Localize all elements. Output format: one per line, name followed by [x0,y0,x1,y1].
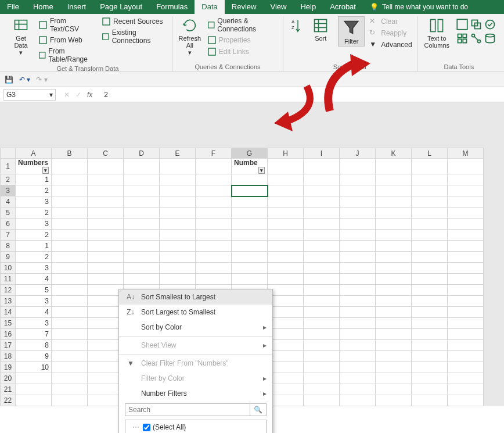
cell-F7[interactable] [196,230,232,241]
cell-I10[interactable] [304,263,340,274]
cell-A8[interactable]: 1 [16,241,52,252]
row-header-18[interactable]: 18 [1,351,16,362]
text-to-columns-button[interactable]: Text to Columns [422,16,452,50]
cell-H9[interactable] [268,252,304,263]
cell-I18[interactable] [304,351,340,362]
cell-C11[interactable] [88,274,124,285]
cell-I1[interactable] [304,159,340,174]
cell-C1[interactable] [88,159,124,174]
cell-C10[interactable] [88,263,124,274]
sort-button[interactable]: Sort [308,16,333,43]
cell-L4[interactable] [412,196,448,207]
cell-D8[interactable] [124,241,160,252]
cell-A15[interactable]: 3 [16,318,52,329]
cell-M3[interactable] [448,185,484,196]
sort-smallest-largest[interactable]: A↓Sort Smallest to Largest [119,289,272,305]
cell-M17[interactable] [448,340,484,351]
undo-button[interactable]: ↶ ▾ [19,76,30,84]
cell-J20[interactable] [340,373,376,384]
cell-B13[interactable] [52,296,88,307]
cell-B2[interactable] [52,174,88,185]
cell-K11[interactable] [376,274,412,285]
cell-L11[interactable] [412,274,448,285]
cell-F3[interactable] [196,185,232,196]
cell-L14[interactable] [412,307,448,318]
cell-J13[interactable] [340,296,376,307]
cell-G10[interactable] [232,263,268,274]
cell-H4[interactable] [268,196,304,207]
cell-B3[interactable] [52,185,88,196]
cell-F11[interactable] [196,274,232,285]
filter-button[interactable]: Filter [338,16,365,46]
cell-J8[interactable] [340,241,376,252]
col-header-G[interactable]: G [232,148,268,159]
filter-dropdown-icon[interactable]: ▾ [258,167,265,174]
cell-M1[interactable] [448,159,484,174]
number-filters[interactable]: Number Filters▸ [119,386,272,401]
cell-M2[interactable] [448,174,484,185]
cell-F10[interactable] [196,263,232,274]
cell-A3[interactable]: 2 [16,185,52,196]
cell-K1[interactable] [376,159,412,174]
cell-K21[interactable] [376,384,412,395]
cell-J17[interactable] [340,340,376,351]
cell-D9[interactable] [124,252,160,263]
cell-L8[interactable] [412,241,448,252]
tab-home[interactable]: Home [26,0,60,14]
cell-M15[interactable] [448,318,484,329]
cell-D2[interactable] [124,174,160,185]
tab-view[interactable]: View [263,0,293,14]
row-header-22[interactable]: 22 [1,395,16,406]
cell-M9[interactable] [448,252,484,263]
cell-K3[interactable] [376,185,412,196]
cell-B9[interactable] [52,252,88,263]
cell-A4[interactable]: 3 [16,196,52,207]
cell-K2[interactable] [376,174,412,185]
cell-H3[interactable] [268,185,304,196]
row-header-16[interactable]: 16 [1,329,16,340]
row-header-4[interactable]: 4 [1,196,16,207]
cell-B4[interactable] [52,196,88,207]
checkbox[interactable] [143,424,150,431]
name-box[interactable]: G3▾ [3,89,56,101]
cell-K4[interactable] [376,196,412,207]
cell-K5[interactable] [376,207,412,219]
existing-connections-button[interactable]: Existing Connections [102,28,167,45]
row-header-12[interactable]: 12 [1,285,16,296]
cell-E10[interactable] [160,263,196,274]
data-validation-icon[interactable] [484,19,496,30]
cell-I20[interactable] [304,373,340,384]
flash-fill-icon[interactable] [456,19,468,30]
cell-K10[interactable] [376,263,412,274]
cell-C3[interactable] [88,185,124,196]
col-header-L[interactable]: L [412,148,448,159]
tell-me-input[interactable]: 💡Tell me what you want to do [363,0,475,14]
cell-J4[interactable] [340,196,376,207]
cell-K14[interactable] [376,307,412,318]
tab-file[interactable]: File [0,0,26,14]
cell-J3[interactable] [340,185,376,196]
cell-B7[interactable] [52,230,88,241]
cell-M12[interactable] [448,285,484,296]
cell-K8[interactable] [376,241,412,252]
col-header-M[interactable]: M [448,148,484,159]
cell-J7[interactable] [340,230,376,241]
cell-L16[interactable] [412,329,448,340]
sort-by-color[interactable]: Sort by Color▸ [119,320,272,335]
cell-E9[interactable] [160,252,196,263]
col-header-K[interactable]: K [376,148,412,159]
cell-A13[interactable]: 3 [16,296,52,307]
advanced-filter-button[interactable]: ▼Advanced [369,40,412,50]
filter-dropdown-icon[interactable]: ▾ [42,167,49,174]
cell-A12[interactable]: 5 [16,285,52,296]
row-header-13[interactable]: 13 [1,296,16,307]
cell-I14[interactable] [304,307,340,318]
cell-I8[interactable] [304,241,340,252]
cell-D1[interactable] [124,159,160,174]
cell-H11[interactable] [268,274,304,285]
cell-D10[interactable] [124,263,160,274]
cell-K12[interactable] [376,285,412,296]
filter-select-all[interactable]: ⋯ (Select All) [128,423,264,432]
cell-F8[interactable] [196,241,232,252]
cell-L6[interactable] [412,219,448,230]
